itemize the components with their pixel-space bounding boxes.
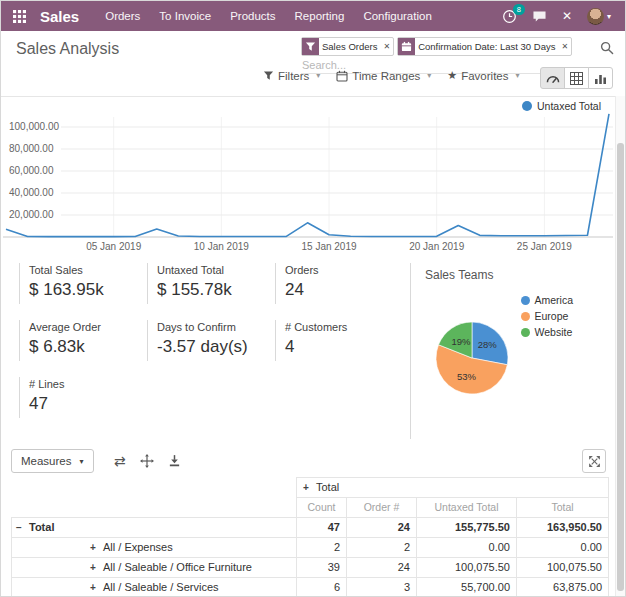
menu-item-products[interactable]: Products: [230, 10, 275, 22]
graph-view-button[interactable]: [588, 67, 613, 89]
expand-arrows-icon: [588, 455, 601, 468]
pivot-column-header-total[interactable]: Total: [517, 498, 609, 518]
kpi-card-untaxed-total[interactable]: Untaxed Total$ 155.78k: [147, 263, 275, 304]
user-menu-button[interactable]: ▾: [587, 8, 611, 25]
filters-button[interactable]: Filters▾: [263, 70, 320, 82]
kpi-label: Untaxed Total: [157, 264, 275, 276]
kpi-value: -3.57 day(s): [157, 337, 275, 357]
pivot-value-cell: 155,775.50: [417, 518, 517, 538]
pivot-value-cell: 163,950.50: [517, 518, 609, 538]
download-button[interactable]: [168, 454, 181, 467]
time-ranges-button[interactable]: Time Ranges▾: [336, 70, 431, 82]
menu-item-reporting[interactable]: Reporting: [295, 10, 345, 22]
main-menu: OrdersTo InvoiceProductsReportingConfigu…: [105, 10, 432, 22]
pivot-value-cell: 2: [347, 538, 417, 558]
funnel-icon: [263, 70, 274, 81]
pivot-value-cell: 39: [297, 558, 347, 578]
svg-text:15 Jan 2019: 15 Jan 2019: [302, 241, 357, 252]
menu-item-orders[interactable]: Orders: [105, 10, 140, 22]
pivot-row-header-total[interactable]: −Total: [12, 518, 297, 538]
app-name[interactable]: Sales: [40, 8, 79, 25]
pivot-value-cell: 100,075.50: [417, 558, 517, 578]
favorites-button[interactable]: ★ Favorites▾: [447, 69, 519, 82]
pie-legend: AmericaEuropeWebsite: [521, 294, 573, 338]
kpi-value: 4: [285, 337, 403, 357]
pie-legend-item-america[interactable]: America: [521, 294, 573, 306]
kpi-value: 24: [285, 280, 403, 300]
kpi-grid: Total Sales$ 163.95kUntaxed Total$ 155.7…: [19, 263, 403, 418]
chart-legend[interactable]: Untaxed Total: [522, 100, 601, 112]
svg-text:20 Jan 2019: 20 Jan 2019: [409, 241, 464, 252]
pivot-grid-icon: [570, 72, 583, 85]
minus-icon: −: [16, 521, 29, 534]
svg-text:40,000.00: 40,000.00: [9, 187, 54, 198]
gauge-icon: [545, 72, 561, 85]
fullscreen-button[interactable]: [582, 449, 606, 473]
facet-remove-icon[interactable]: ✕: [558, 42, 571, 51]
filter-icon: [302, 38, 319, 55]
calendar-icon: [336, 70, 348, 82]
pie-legend-item-europe[interactable]: Europe: [521, 310, 573, 322]
calendar-icon: [398, 38, 415, 55]
pivot-value-cell: 24: [347, 518, 417, 538]
expand-all-button[interactable]: [140, 454, 154, 468]
svg-text:20,000.00: 20,000.00: [9, 209, 54, 220]
vertical-scrollbar-track[interactable]: [615, 96, 625, 596]
menu-item-to-invoice[interactable]: To Invoice: [159, 10, 211, 22]
kpi-card-average-order[interactable]: Average Order$ 6.83k: [19, 320, 147, 361]
pivot-view-button[interactable]: [564, 67, 589, 89]
flip-axes-button[interactable]: ⇄: [114, 453, 126, 469]
kpi-card-customers[interactable]: # Customers4: [275, 320, 403, 361]
kpi-value: 47: [29, 394, 147, 414]
chevron-down-icon: ▾: [607, 12, 611, 21]
pivot-row-header-all-saleable-services[interactable]: +All / Saleable / Services: [12, 578, 297, 597]
search-icon-button[interactable]: [600, 41, 614, 58]
download-icon: [168, 454, 181, 467]
table-row: −Total4724155,775.50163,950.50: [12, 518, 609, 538]
search-icon: [600, 41, 614, 55]
dashboard-view-button[interactable]: [540, 67, 565, 89]
kpi-card-total-sales[interactable]: Total Sales$ 163.95k: [19, 263, 147, 304]
chevron-down-icon: ▾: [80, 457, 84, 466]
line-chart-svg: 20,000.0040,000.0060,000.0080,000.00100,…: [1, 97, 617, 255]
search-facets: Sales Orders✕Confirmation Date: Last 30 …: [301, 37, 541, 56]
legend-dot-icon: [521, 296, 530, 305]
pivot-column-header-untaxed-total[interactable]: Untaxed Total: [417, 498, 517, 518]
kpi-card-lines[interactable]: # Lines47: [19, 377, 147, 418]
legend-label: Website: [534, 326, 572, 338]
activities-button[interactable]: 8: [502, 9, 517, 24]
search-facet-confirmation-date-last-30-days: Confirmation Date: Last 30 Days✕: [397, 37, 572, 56]
pivot-value-cell: 47: [297, 518, 347, 538]
close-icon-button[interactable]: ✕: [562, 9, 572, 23]
kpi-card-days-to-confirm[interactable]: Days to Confirm-3.57 day(s): [147, 320, 275, 361]
pie-legend-item-website[interactable]: Website: [521, 326, 573, 338]
user-avatar: [587, 8, 604, 25]
pivot-row-header-all-saleable-office-furniture[interactable]: +All / Saleable / Office Furniture: [12, 558, 297, 578]
pivot-column-header-count[interactable]: Count: [297, 498, 347, 518]
pivot-column-group-total[interactable]: +Total: [297, 478, 609, 498]
pie-chart-svg: 28%53%19%: [430, 316, 514, 400]
chat-icon: [532, 10, 547, 23]
table-row: +All / Saleable / Office Furniture392410…: [12, 558, 609, 578]
kpi-card-orders[interactable]: Orders24: [275, 263, 403, 304]
legend-dot-icon: [521, 328, 530, 337]
filter-buttons-row: Filters▾ Time Ranges▾ ★ Favorites▾: [263, 69, 520, 82]
apps-menu-button[interactable]: [1, 10, 34, 23]
messages-button[interactable]: [532, 10, 547, 23]
kpi-label: Total Sales: [29, 264, 147, 276]
pivot-value-cell: 63,875.00: [517, 578, 609, 597]
line-chart-section: 20,000.0040,000.0060,000.0080,000.00100,…: [1, 97, 617, 255]
pivot-row-header-all-expenses[interactable]: +All / Expenses: [12, 538, 297, 558]
pivot-table: +TotalCountOrder #Untaxed TotalTotal −To…: [11, 477, 609, 597]
plus-icon: +: [303, 481, 316, 494]
menu-item-configuration[interactable]: Configuration: [363, 10, 431, 22]
svg-text:60,000.00: 60,000.00: [9, 165, 54, 176]
pivot-value-cell: 6: [297, 578, 347, 597]
pivot-column-header-order[interactable]: Order #: [347, 498, 417, 518]
measures-button[interactable]: Measures▾: [11, 449, 94, 473]
kpi-value: $ 163.95k: [29, 280, 147, 300]
facet-remove-icon[interactable]: ✕: [380, 42, 393, 51]
pivot-value-cell: 55,700.00: [417, 578, 517, 597]
vertical-scrollbar-thumb[interactable]: [617, 143, 624, 591]
pie-slice-label: 53%: [457, 371, 477, 382]
